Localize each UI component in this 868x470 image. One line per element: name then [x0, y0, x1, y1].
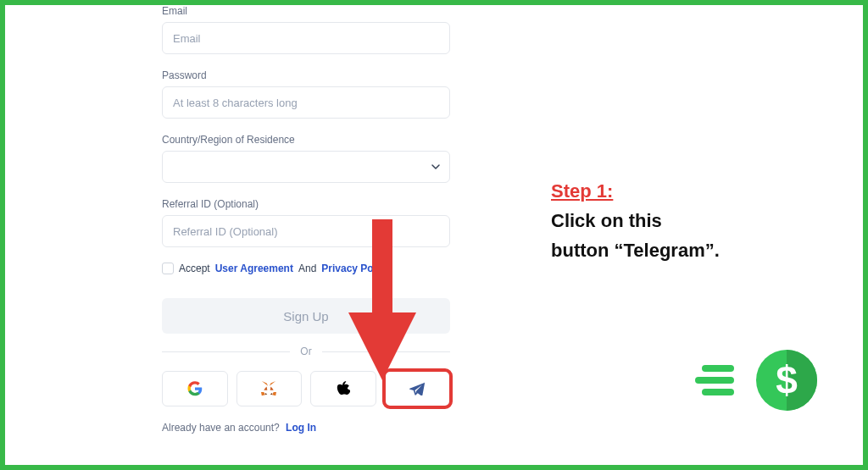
accept-prefix: Accept: [179, 263, 210, 274]
apple-icon: [337, 381, 350, 396]
country-label: Country/Region of Residence: [162, 134, 450, 146]
password-label: Password: [162, 69, 450, 81]
step-label: Step 1:: [551, 176, 720, 206]
divider-line-left: [162, 351, 290, 352]
country-group: Country/Region of Residence: [162, 134, 450, 183]
referral-label: Referral ID (Optional): [162, 198, 450, 210]
email-label: Email: [162, 5, 450, 17]
already-text: Already have an account?: [162, 422, 280, 434]
telegram-icon: [409, 382, 425, 395]
already-row: Already have an account? Log In: [162, 422, 450, 434]
metamask-button[interactable]: [236, 371, 303, 406]
user-agreement-link[interactable]: User Agreement: [215, 263, 293, 274]
login-link[interactable]: Log In: [286, 422, 316, 434]
step-text-line1: Click on this: [551, 206, 720, 235]
password-field[interactable]: [162, 86, 450, 119]
email-group: Email: [162, 5, 450, 54]
email-field[interactable]: [162, 22, 450, 54]
metamask-icon: [260, 381, 277, 396]
tutorial-frame: Email Password Country/Region of Residen…: [0, 0, 868, 470]
password-group: Password: [162, 69, 450, 119]
accept-and: And: [298, 263, 316, 274]
svg-rect-0: [702, 365, 734, 372]
google-button[interactable]: [162, 371, 228, 406]
arrow-icon: [348, 219, 416, 380]
svg-rect-1: [695, 377, 734, 384]
money-logo-icon: $: [693, 346, 829, 414]
country-select[interactable]: [162, 151, 450, 183]
step-text-line2: button “Telegram”.: [551, 235, 720, 265]
or-label: Or: [300, 346, 311, 357]
chevron-down-icon: [431, 162, 441, 172]
accept-checkbox[interactable]: [162, 263, 174, 274]
svg-text:$: $: [776, 358, 798, 402]
instruction-panel: Step 1: Click on this button “Telegram”.: [551, 176, 720, 266]
google-icon: [187, 381, 203, 396]
svg-rect-2: [702, 389, 734, 395]
